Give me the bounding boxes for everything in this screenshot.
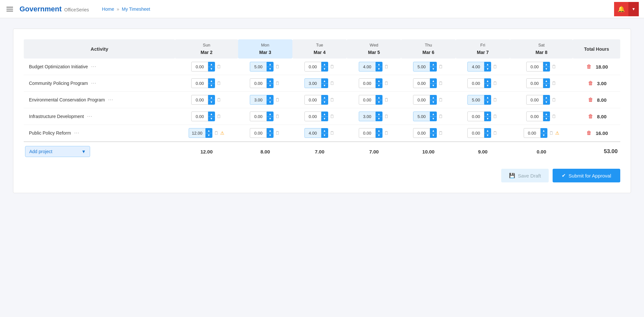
- spin-up-r0d0[interactable]: ▲: [208, 62, 215, 67]
- time-input-r1d4[interactable]: [413, 78, 430, 88]
- note-button-r3d5[interactable]: 🗒: [492, 113, 498, 120]
- notification-button[interactable]: 🔔: [614, 2, 628, 16]
- spin-up-r1d1[interactable]: ▲: [267, 79, 273, 83]
- note-button-r1d0[interactable]: 🗒: [216, 80, 222, 86]
- note-button-r0d1[interactable]: 🗒: [275, 63, 280, 70]
- spin-down-r4d0[interactable]: ▼: [206, 133, 212, 138]
- spin-up-r4d1[interactable]: ▲: [267, 128, 273, 133]
- note-button-r1d3[interactable]: 🗒: [383, 80, 389, 86]
- spin-up-r0d1[interactable]: ▲: [267, 62, 273, 67]
- time-input-r0d6[interactable]: [526, 62, 543, 72]
- delete-row-button-3[interactable]: 🗑: [587, 113, 595, 120]
- spin-down-r3d5[interactable]: ▼: [484, 116, 491, 121]
- time-input-r1d3[interactable]: [359, 78, 376, 88]
- spin-down-r1d1[interactable]: ▼: [267, 83, 273, 88]
- note-button-r3d2[interactable]: 🗒: [329, 113, 335, 120]
- spin-down-r3d2[interactable]: ▼: [321, 116, 328, 121]
- note-button-r0d0[interactable]: 🗒: [216, 63, 222, 70]
- spin-down-r3d1[interactable]: ▼: [267, 116, 273, 121]
- time-input-r0d3[interactable]: [359, 62, 376, 72]
- time-input-r3d1[interactable]: [250, 112, 267, 121]
- spin-up-r0d6[interactable]: ▲: [543, 62, 550, 67]
- spin-down-r0d1[interactable]: ▼: [267, 67, 273, 71]
- spin-down-r0d6[interactable]: ▼: [543, 67, 550, 71]
- time-input-r1d5[interactable]: [467, 78, 484, 88]
- spin-down-r4d4[interactable]: ▼: [430, 133, 436, 138]
- spin-down-r0d0[interactable]: ▼: [208, 67, 215, 71]
- time-input-r0d4[interactable]: [413, 62, 430, 72]
- spin-up-r3d5[interactable]: ▲: [484, 112, 491, 116]
- spin-down-r0d3[interactable]: ▼: [376, 67, 382, 71]
- time-input-r4d6[interactable]: [524, 128, 541, 138]
- time-input-r0d5[interactable]: [467, 62, 484, 72]
- spin-up-r2d3[interactable]: ▲: [376, 95, 382, 100]
- note-button-r1d6[interactable]: 🗒: [551, 80, 557, 86]
- spin-down-r1d6[interactable]: ▼: [543, 83, 550, 88]
- spin-down-r4d2[interactable]: ▼: [321, 133, 328, 138]
- note-button-r1d5[interactable]: 🗒: [492, 80, 498, 86]
- spin-down-r1d0[interactable]: ▼: [208, 83, 215, 88]
- spin-down-r3d4[interactable]: ▼: [430, 116, 436, 121]
- time-input-r0d2[interactable]: [304, 62, 321, 72]
- spin-down-r2d4[interactable]: ▼: [430, 100, 436, 104]
- spin-up-r1d3[interactable]: ▲: [376, 79, 382, 83]
- note-button-r4d4[interactable]: 🗒: [438, 130, 444, 136]
- spin-up-r3d4[interactable]: ▲: [430, 112, 436, 116]
- time-input-r2d3[interactable]: [359, 95, 376, 105]
- row-menu-button[interactable]: ···: [86, 113, 94, 120]
- spin-up-r1d6[interactable]: ▲: [543, 79, 550, 83]
- note-button-r2d3[interactable]: 🗒: [383, 97, 389, 103]
- spin-up-r1d5[interactable]: ▲: [484, 79, 491, 83]
- delete-row-button-0[interactable]: 🗑: [585, 63, 593, 70]
- time-input-r4d4[interactable]: [413, 128, 430, 138]
- time-input-r1d0[interactable]: [191, 78, 208, 88]
- spin-up-r2d2[interactable]: ▲: [321, 95, 328, 100]
- note-button-r2d4[interactable]: 🗒: [438, 97, 444, 103]
- time-input-r3d0[interactable]: [191, 112, 208, 121]
- spin-down-r2d5[interactable]: ▼: [484, 100, 491, 104]
- note-button-r2d6[interactable]: 🗒: [551, 97, 557, 103]
- spin-up-r3d1[interactable]: ▲: [267, 112, 273, 116]
- time-input-r4d5[interactable]: [467, 128, 484, 138]
- note-button-r3d0[interactable]: 🗒: [216, 113, 222, 120]
- submit-approval-button[interactable]: ✔ Submit for Approval: [553, 169, 620, 182]
- spin-up-r2d5[interactable]: ▲: [484, 95, 491, 100]
- row-menu-button[interactable]: ···: [73, 129, 81, 137]
- time-input-r3d5[interactable]: [467, 112, 484, 121]
- spin-down-r2d1[interactable]: ▼: [267, 100, 273, 104]
- user-dropdown-button[interactable]: ▼: [628, 2, 639, 16]
- spin-down-r0d2[interactable]: ▼: [321, 67, 328, 71]
- row-menu-button[interactable]: ···: [107, 96, 114, 103]
- spin-down-r2d3[interactable]: ▼: [376, 100, 382, 104]
- save-draft-button[interactable]: 💾 Save Draft: [501, 169, 549, 182]
- note-button-r1d2[interactable]: 🗒: [329, 80, 335, 86]
- note-button-r4d5[interactable]: 🗒: [492, 130, 498, 136]
- time-input-r2d4[interactable]: [413, 95, 430, 105]
- spin-down-r4d1[interactable]: ▼: [267, 133, 273, 138]
- time-input-r2d0[interactable]: [191, 95, 208, 105]
- spin-up-r0d3[interactable]: ▲: [376, 62, 382, 67]
- note-button-r1d4[interactable]: 🗒: [438, 80, 444, 86]
- spin-down-r1d3[interactable]: ▼: [376, 83, 382, 88]
- spin-up-r4d0[interactable]: ▲: [206, 128, 212, 133]
- row-menu-button[interactable]: ···: [90, 63, 98, 70]
- time-input-r0d0[interactable]: [191, 62, 208, 72]
- time-input-r1d1[interactable]: [250, 78, 267, 88]
- spin-down-r3d0[interactable]: ▼: [208, 116, 215, 121]
- note-button-r3d6[interactable]: 🗒: [551, 113, 557, 120]
- breadcrumb-current[interactable]: My Timesheet: [122, 7, 150, 12]
- spin-down-r0d4[interactable]: ▼: [430, 67, 436, 71]
- note-button-r3d4[interactable]: 🗒: [438, 113, 444, 120]
- time-input-r4d1[interactable]: [250, 128, 267, 138]
- delete-row-button-1[interactable]: 🗑: [587, 80, 595, 87]
- note-button-r2d0[interactable]: 🗒: [216, 97, 222, 103]
- spin-up-r4d6[interactable]: ▲: [541, 128, 547, 133]
- note-button-r3d1[interactable]: 🗒: [275, 113, 280, 120]
- note-button-r0d3[interactable]: 🗒: [383, 63, 389, 70]
- spin-up-r2d4[interactable]: ▲: [430, 95, 436, 100]
- note-button-r1d1[interactable]: 🗒: [275, 80, 280, 86]
- spin-up-r2d6[interactable]: ▲: [543, 95, 550, 100]
- add-project-button[interactable]: Add project ▼: [25, 146, 90, 157]
- spin-up-r0d2[interactable]: ▲: [321, 62, 328, 67]
- spin-down-r4d3[interactable]: ▼: [376, 133, 382, 138]
